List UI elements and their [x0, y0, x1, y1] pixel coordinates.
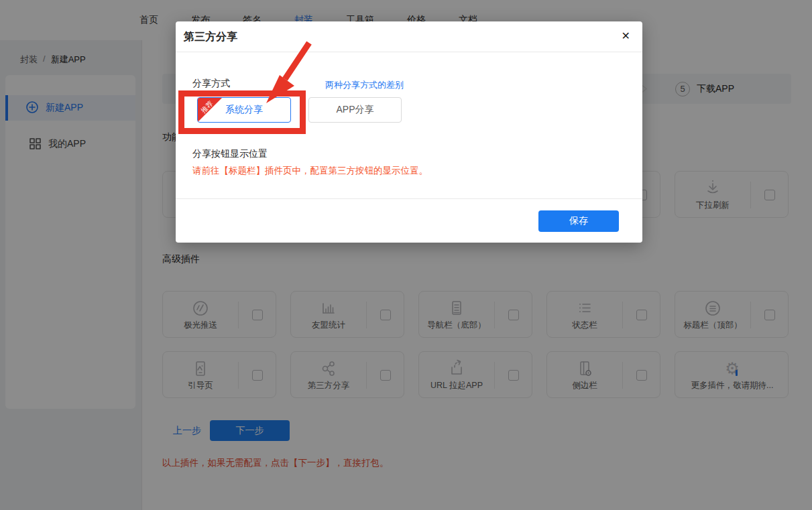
button-position-label: 分享按钮显示位置 — [192, 148, 268, 160]
modal-header: 第三方分享 ✕ — [176, 21, 642, 52]
third-party-share-modal: 第三方分享 ✕ 分享方式 两种分享方式的差别 系统分享 推荐 APP分享 分享按… — [176, 21, 642, 243]
modal-footer: 保存 — [176, 198, 642, 243]
share-method-label: 分享方式 — [192, 78, 230, 90]
close-icon[interactable]: ✕ — [622, 29, 630, 42]
page: 首页发布签名封装工具箱价格文档 封装 / 新建APP 新建APP我的APP 5 … — [0, 0, 812, 510]
app-share-label: APP分享 — [336, 104, 373, 115]
save-button[interactable]: 保存 — [538, 210, 619, 232]
modal-title: 第三方分享 — [184, 30, 237, 44]
share-method-diff-link[interactable]: 两种分享方式的差别 — [325, 79, 404, 91]
app-share-option[interactable]: APP分享 — [308, 97, 402, 123]
system-share-option[interactable]: 系统分享 推荐 — [197, 97, 291, 123]
system-share-label: 系统分享 — [225, 104, 263, 115]
button-position-note: 请前往【标题栏】插件页中，配置第三方按钮的显示位置。 — [192, 165, 428, 177]
